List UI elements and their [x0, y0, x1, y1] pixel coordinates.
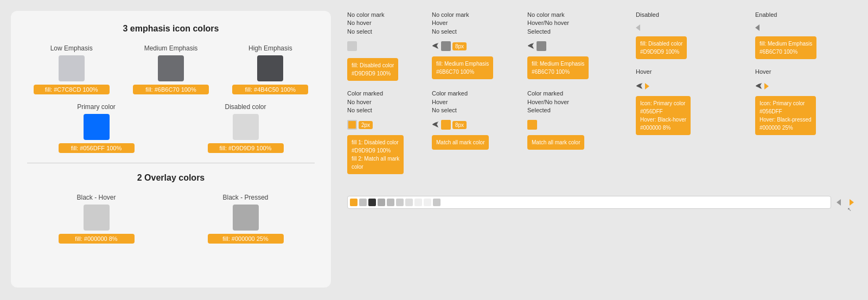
enabled-state: Enabled fill: Medium Emphasis#6B6C70 100… — [755, 11, 831, 59]
black-pressed-label: Black - Pressed — [222, 194, 268, 201]
px-badge-1: 8px — [452, 42, 467, 50]
section-title-emphasis: 3 emphasis icon colors — [27, 24, 315, 34]
disabled-color-swatch — [233, 114, 259, 140]
info-no-color-no-hover: fill: Disabled color#D9D9D9 100% — [347, 58, 398, 81]
scroll-right-icon — [850, 199, 854, 206]
disabled-enabled-section: Disabled fill: Disabled color#D9D9D9 100… — [636, 11, 831, 135]
disabled-label: Disabled — [636, 11, 659, 19]
scroll-dot-5 — [387, 199, 394, 206]
info-color-selected: Match all mark color — [527, 135, 584, 150]
black-pressed-badge: fill: #000000 25% — [208, 234, 284, 244]
scroll-dot-3 — [368, 199, 376, 206]
state-no-color-selected-label: No color markHover/No hoverSelected — [527, 11, 569, 36]
high-emphasis-swatch — [257, 55, 283, 81]
low-emphasis-badge: fill: #C7C8CD 100% — [34, 85, 110, 94]
medium-emphasis-label: Medium Emphasis — [144, 44, 198, 52]
state-color-selected-label: Color markedHover/No hoverSelected — [527, 90, 569, 114]
state-color-hover: Color markedHoverNo select ⮜ 8px Match a… — [432, 90, 519, 150]
primary-color-label: Primary color — [77, 103, 116, 111]
icon-color-hover — [441, 120, 451, 130]
black-pressed-swatch — [233, 205, 259, 231]
high-emphasis-item: High Emphasis fill: #4B4C50 100% — [226, 44, 315, 94]
black-hover-label: Black - Hover — [76, 194, 116, 201]
icon-no-color-hover — [441, 41, 451, 51]
info-no-color-selected: fill: Medium Emphasis#6B6C70 100% — [527, 56, 589, 79]
color-marked-row: Color markedNo hoverNo select 2px fill 1… — [347, 90, 614, 174]
arrow-disabled — [636, 24, 640, 31]
disabled-state: Disabled fill: Disabled color#D9D9D9 100… — [636, 11, 712, 59]
icon-color-no-hover — [347, 120, 357, 130]
scroll-dot-7 — [405, 199, 413, 206]
no-color-states: No color markNo hoverNo select fill: Dis… — [347, 11, 614, 174]
overlay-grid: Black - Hover fill: #000000 8% Black - P… — [27, 194, 315, 244]
no-color-row1: No color markNo hoverNo select fill: Dis… — [347, 11, 614, 81]
info-hover-disabled: Icon: Primary color#056DFFHover: Black-h… — [636, 96, 691, 135]
info-disabled: fill: Disabled color#D9D9D9 100% — [636, 36, 687, 59]
divider-1 — [27, 163, 315, 163]
state-no-color-no-hover-label: No color markNo hoverNo select — [347, 11, 384, 36]
scroll-dot-4 — [378, 199, 385, 206]
hover-disabled-state: Hover ⮜ Icon: Primary color#056DFFHover:… — [636, 68, 712, 135]
cursor-icon-1: ⮜ — [432, 42, 439, 50]
section-title-overlay: 2 Overlay colors — [27, 173, 315, 183]
black-hover-badge: fill: #000000 8% — [59, 234, 135, 244]
hover-enabled-state: Hover ⮜ Icon: Primary color#056DFFHover:… — [755, 68, 831, 135]
scroll-left-button[interactable] — [833, 197, 844, 208]
right-panel: No color markNo hoverNo select fill: Dis… — [347, 11, 857, 209]
arrow-hover-disabled — [645, 83, 649, 90]
medium-emphasis-swatch — [158, 55, 184, 81]
scroll-left-icon — [837, 199, 841, 206]
icon-color-selected — [527, 120, 537, 130]
state-color-hover-label: Color markedHoverNo select — [432, 90, 468, 114]
scrollbar-track[interactable] — [347, 196, 831, 209]
arrow-hover-enabled — [764, 83, 769, 90]
state-no-color-selected: No color markHover/No hoverSelected ⮜ fi… — [527, 11, 614, 79]
scroll-dot-6 — [396, 199, 404, 206]
primary-color-badge: fill: #056DFF 100% — [59, 143, 135, 153]
scroll-right-button[interactable]: ↖ — [846, 197, 857, 208]
hover-disabled-label: Hover — [636, 68, 652, 76]
enabled-label: Enabled — [755, 11, 777, 19]
high-emphasis-label: High Emphasis — [248, 44, 292, 52]
medium-emphasis-badge: fill: #6B6C70 100% — [133, 85, 209, 94]
primary-color-item: Primary color fill: #056DFF 100% — [27, 103, 165, 153]
cursor-icon-3: ⮜ — [432, 120, 439, 129]
hover-labels: Hover ⮜ Icon: Primary color#056DFFHover:… — [636, 68, 831, 135]
scroll-dot-9 — [424, 199, 431, 206]
arrow-enabled — [755, 24, 760, 31]
low-emphasis-swatch — [59, 55, 85, 81]
cursor-indicator: ↖ — [847, 207, 852, 212]
state-rows-top: No color markNo hoverNo select fill: Dis… — [347, 11, 857, 174]
icon-no-color-no-hover — [347, 41, 357, 51]
cursor-icon-2: ⮜ — [527, 42, 535, 50]
low-emphasis-label: Low Emphasis — [50, 44, 93, 52]
left-panel: 3 emphasis icon colors Low Emphasis fill… — [11, 11, 331, 288]
info-no-color-hover: fill: Medium Emphasis#6B6C70 100% — [432, 56, 493, 79]
disabled-color-item: Disabled color fill: #D9D9D9 100% — [176, 103, 315, 153]
scroll-dot-10 — [433, 199, 441, 206]
scroll-dot-8 — [414, 199, 422, 206]
state-no-color-hover: No color markHoverNo select ⮜ 8px fill: … — [432, 11, 519, 79]
medium-emphasis-item: Medium Emphasis fill: #6B6C70 100% — [126, 44, 215, 94]
state-color-no-hover: Color markedNo hoverNo select 2px fill 1… — [347, 90, 423, 174]
px-badge-3: 8px — [452, 121, 467, 129]
emphasis-grid: Low Emphasis fill: #C7C8CD 100% Medium E… — [27, 44, 315, 94]
info-color-no-hover: fill 1: Disabled color#D9D9D9 100%fill 2… — [347, 135, 404, 174]
scroll-dot-2 — [359, 199, 367, 206]
special-grid: Primary color fill: #056DFF 100% Disable… — [27, 103, 315, 153]
px-badge-2: 2px — [359, 121, 373, 129]
icon-no-color-selected — [537, 41, 546, 51]
cursor-icon-4: ⮜ — [636, 82, 643, 91]
disabled-color-badge: fill: #D9D9D9 100% — [208, 143, 284, 153]
info-hover-enabled: Icon: Primary color#056DFFHover: Black-p… — [755, 96, 816, 135]
black-pressed-item: Black - Pressed fill: #000000 25% — [176, 194, 315, 244]
info-enabled: fill: Medium Emphasis#6B6C70 100% — [755, 36, 816, 59]
cursor-icon-5: ⮜ — [755, 82, 763, 91]
hover-enabled-label: Hover — [755, 68, 771, 76]
state-color-selected: Color markedHover/No hoverSelected Match… — [527, 90, 614, 150]
disabled-enabled-labels: Disabled fill: Disabled color#D9D9D9 100… — [636, 11, 831, 59]
scrollbar-section: ↖ — [347, 196, 857, 209]
high-emphasis-badge: fill: #4B4C50 100% — [232, 85, 308, 94]
black-hover-item: Black - Hover fill: #000000 8% — [27, 194, 165, 244]
state-no-color-hover-label: No color markHoverNo select — [432, 11, 469, 36]
